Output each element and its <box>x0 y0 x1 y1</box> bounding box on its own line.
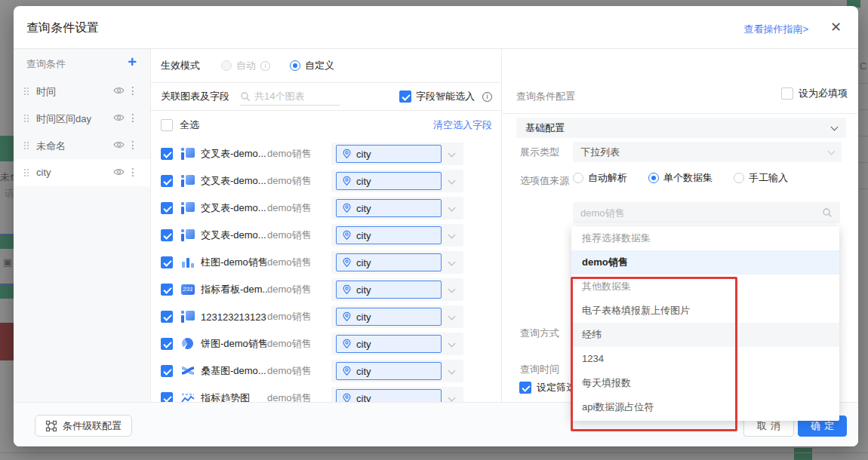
chevron-down-icon <box>448 367 456 375</box>
close-icon[interactable]: ✕ <box>830 19 842 35</box>
background-block <box>0 136 15 161</box>
field-select[interactable]: city <box>331 387 463 402</box>
display-type-select[interactable]: 下拉列表 <box>573 142 842 162</box>
chevron-down-icon <box>448 340 456 348</box>
chart-search-input[interactable] <box>254 90 333 102</box>
location-pin-icon <box>342 311 352 322</box>
eye-icon[interactable] <box>113 167 125 179</box>
drag-handle-icon[interactable] <box>24 87 26 89</box>
drag-handle-icon[interactable] <box>24 115 26 116</box>
dataset-search[interactable] <box>573 202 840 223</box>
basic-config-section[interactable]: 基础配置 <box>516 118 846 138</box>
more-icon[interactable]: ⋮ <box>128 84 138 97</box>
sidebar-item-time[interactable]: 时间 ⋮ <box>14 78 150 105</box>
field-tag[interactable]: city <box>336 335 442 353</box>
smart-select-checkbox[interactable] <box>399 90 411 103</box>
chart-row: 桑基图-demo... demo销售 city <box>151 357 501 385</box>
radio-auto[interactable] <box>221 60 232 71</box>
background-block <box>0 234 15 249</box>
dataset-search-input[interactable] <box>580 207 822 219</box>
search-icon <box>240 91 251 102</box>
row-checkbox[interactable] <box>161 148 173 160</box>
add-condition-icon[interactable]: + <box>128 54 137 71</box>
dataset-name: demo销售 <box>267 391 326 402</box>
dropdown-item-selected[interactable]: demo销售 <box>571 250 839 274</box>
dropdown-item[interactable]: 经纬 <box>571 323 839 347</box>
row-checkbox[interactable] <box>161 202 173 214</box>
row-checkbox[interactable] <box>161 365 173 377</box>
dropdown-item[interactable]: 每天填报数 <box>571 371 839 395</box>
required-label: 设为必填项 <box>799 87 848 100</box>
field-select[interactable]: city <box>331 360 463 382</box>
more-icon[interactable]: ⋮ <box>128 139 138 151</box>
field-select[interactable]: city <box>331 197 463 219</box>
row-checkbox[interactable] <box>161 338 173 350</box>
row-checkbox[interactable] <box>161 284 173 296</box>
view-guide-link[interactable]: 查看操作指南> <box>743 23 808 36</box>
required-checkbox[interactable] <box>781 87 793 100</box>
eye-icon[interactable] <box>113 113 125 124</box>
dropdown-item[interactable]: 电子表格填报新上传图片 <box>571 299 839 323</box>
row-checkbox[interactable] <box>161 311 173 323</box>
radio-manual-input-label: 手工输入 <box>749 171 788 185</box>
basic-config-title: 基础配置 <box>525 121 565 135</box>
config-header-row: 查询条件配置 设为必填项 <box>503 49 858 114</box>
radio-single-dataset-label: 单个数据集 <box>663 171 713 185</box>
field-tag[interactable]: city <box>336 253 442 271</box>
clear-fields-link[interactable]: 清空选入字段 <box>433 118 492 132</box>
field-value: city <box>356 284 371 296</box>
eye-icon[interactable] <box>113 140 125 152</box>
field-tag[interactable]: city <box>336 226 442 244</box>
chart-name: 交叉表-demo... <box>201 147 267 161</box>
chart-search[interactable] <box>240 87 340 106</box>
radio-manual-input[interactable] <box>734 173 744 183</box>
chevron-down-icon <box>448 286 456 293</box>
row-checkbox[interactable] <box>161 175 173 187</box>
field-tag[interactable]: city <box>336 145 442 163</box>
field-tag[interactable]: city <box>336 389 442 402</box>
query-method-label: 查询方式 <box>520 327 559 340</box>
field-select[interactable]: city <box>331 333 463 355</box>
field-value: city <box>356 393 371 403</box>
field-select[interactable]: city <box>331 305 463 328</box>
dataset-name: demo销售 <box>267 256 326 269</box>
cascade-config-button[interactable]: 条件级联配置 <box>35 415 132 437</box>
drag-handle-icon[interactable] <box>24 142 26 143</box>
dropdown-item[interactable]: 1234 <box>571 347 839 371</box>
dropdown-item[interactable]: api数据源占位符 <box>571 395 839 419</box>
field-select[interactable]: city <box>331 170 463 192</box>
radio-single-dataset[interactable] <box>648 173 659 183</box>
field-tag[interactable]: city <box>336 362 442 380</box>
select-all-checkbox[interactable] <box>161 119 173 131</box>
field-select[interactable]: city <box>331 143 463 165</box>
chevron-down-icon <box>448 259 456 266</box>
row-checkbox[interactable] <box>161 229 173 241</box>
cascade-icon <box>45 420 57 432</box>
field-tag[interactable]: city <box>336 199 442 217</box>
more-icon[interactable]: ⋮ <box>128 112 138 124</box>
sidebar-item-unnamed[interactable]: 未命名 ⋮ <box>14 132 150 159</box>
chart-row: 饼图-demo销售 demo销售 city <box>151 330 501 357</box>
field-tag[interactable]: city <box>336 172 442 190</box>
row-checkbox[interactable] <box>161 392 173 402</box>
row-checkbox[interactable] <box>161 256 173 268</box>
filter-label: 设定筛选 <box>537 381 576 394</box>
bar-chart-icon <box>181 256 195 268</box>
field-select[interactable]: city <box>331 251 463 274</box>
eye-icon[interactable] <box>113 86 125 97</box>
radio-custom-label: 自定义 <box>305 59 334 72</box>
crosstab-chart-icon <box>181 202 195 214</box>
filter-checkbox[interactable] <box>519 382 531 394</box>
sidebar-item-city[interactable]: city ⋮ <box>14 159 150 186</box>
sidebar-item-time-range[interactable]: 时间区间day ⋮ <box>14 105 150 132</box>
field-tag[interactable]: city <box>336 281 442 299</box>
field-tag[interactable]: city <box>336 308 442 326</box>
radio-custom[interactable] <box>290 60 300 71</box>
drag-handle-icon[interactable] <box>24 169 26 170</box>
chevron-down-icon <box>448 150 456 158</box>
field-select[interactable]: city <box>331 278 463 301</box>
more-icon[interactable]: ⋮ <box>128 166 138 178</box>
background-line <box>858 136 868 136</box>
radio-auto-parse[interactable] <box>573 173 583 183</box>
field-select[interactable]: city <box>331 224 463 247</box>
